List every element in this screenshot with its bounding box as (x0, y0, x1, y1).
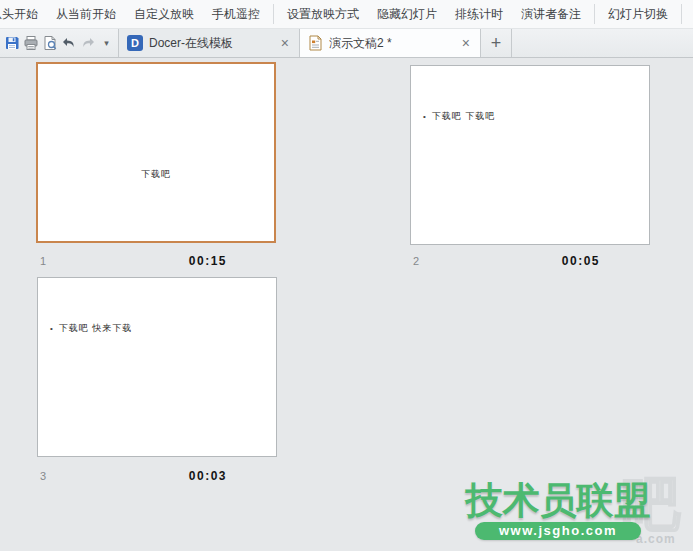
slide-3-caption: 3 00:03 (38, 468, 278, 484)
save-icon (4, 35, 20, 51)
slide-sorter-view: 吧 a.com 下载吧 1 00:15 • 下载吧 下载吧 2 00:05 • … (0, 58, 693, 551)
watermark-url-badge: www.jsgho.com (475, 522, 641, 540)
slide-3-bullet-line: • 下载吧 快来下载 (50, 322, 132, 335)
docer-logo-icon: D (127, 35, 143, 51)
ribbon-item-from-current[interactable]: 从当前开始 (47, 6, 125, 23)
quick-access-toolbar: ▾ (0, 29, 118, 57)
ribbon-item-rehearse-timings[interactable]: 排练计时 (446, 6, 512, 23)
redo-button[interactable] (78, 31, 97, 55)
ribbon-item-speaker-notes[interactable]: 演讲者备注 (512, 6, 590, 23)
bullet-icon: • (423, 112, 427, 121)
print-button[interactable] (21, 31, 40, 55)
ribbon-menu-bar: 从头开始 从当前开始 自定义放映 手机遥控 设置放映方式 隐藏幻灯片 排练计时 … (0, 0, 693, 29)
tab-label: Docer-在线模板 (149, 35, 233, 52)
tab-label: 演示文稿2 * (329, 35, 392, 52)
tab-presentation2[interactable]: 演示文稿2 * × (300, 29, 481, 57)
ribbon-item-slide-transition[interactable]: 幻灯片切换 (599, 6, 677, 23)
ribbon-item-phone-remote[interactable]: 手机遥控 (203, 6, 269, 23)
rehearsal-time: 00:03 (189, 469, 227, 483)
ribbon-item-hide-slide[interactable]: 隐藏幻灯片 (368, 6, 446, 23)
slide-thumbnail-3[interactable]: • 下载吧 快来下载 (37, 277, 277, 457)
save-button[interactable] (2, 31, 21, 55)
ribbon-separator (594, 4, 595, 24)
ribbon-separator (273, 4, 274, 24)
site-watermark: 技术员联盟 www.jsgho.com (461, 482, 655, 540)
close-icon[interactable]: × (460, 36, 472, 50)
ribbon-item-setup-show[interactable]: 设置放映方式 (278, 6, 368, 23)
toolbar-more-dropdown[interactable]: ▾ (97, 31, 116, 55)
print-preview-icon (42, 35, 58, 51)
watermark-title: 技术员联盟 (461, 482, 655, 521)
slide-1-title-text: 下载吧 (38, 168, 274, 181)
tab-bar-empty-space (512, 29, 693, 57)
slide-thumbnail-2[interactable]: • 下载吧 下载吧 (410, 65, 650, 245)
slide-2-bullet-line: • 下载吧 下载吧 (423, 110, 495, 123)
close-icon[interactable]: × (279, 36, 291, 50)
chevron-down-icon: ▾ (104, 39, 109, 48)
slide-thumbnail-1[interactable]: 下载吧 (36, 62, 276, 243)
rehearsal-time: 00:05 (562, 254, 600, 268)
slide-2-caption: 2 00:05 (411, 253, 651, 269)
bullet-icon: • (50, 324, 54, 333)
undo-button[interactable] (59, 31, 78, 55)
print-icon (23, 35, 39, 51)
new-tab-button[interactable]: + (481, 29, 512, 57)
print-preview-button[interactable] (40, 31, 59, 55)
slide-2-bullet-text: 下载吧 下载吧 (432, 110, 496, 123)
redo-icon (80, 35, 96, 51)
tab-docer-templates[interactable]: D Docer-在线模板 × (119, 29, 300, 57)
slide-number: 1 (38, 255, 46, 267)
slide-number: 2 (411, 255, 419, 267)
slide-1-caption: 1 00:15 (38, 253, 278, 269)
rehearsal-time: 00:15 (189, 254, 227, 268)
ribbon-item-from-beginning[interactable]: 从头开始 (0, 6, 47, 23)
slide-number: 3 (38, 470, 46, 482)
ribbon-separator (681, 4, 682, 24)
ribbon-item-custom-show[interactable]: 自定义放映 (125, 6, 203, 23)
undo-icon (61, 35, 77, 51)
slide-3-bullet-text: 下载吧 快来下载 (59, 322, 133, 335)
presentation-file-icon (308, 35, 323, 51)
toolbar-and-tab-bar: ▾ D Docer-在线模板 × 演示文稿2 * × + (0, 29, 693, 58)
